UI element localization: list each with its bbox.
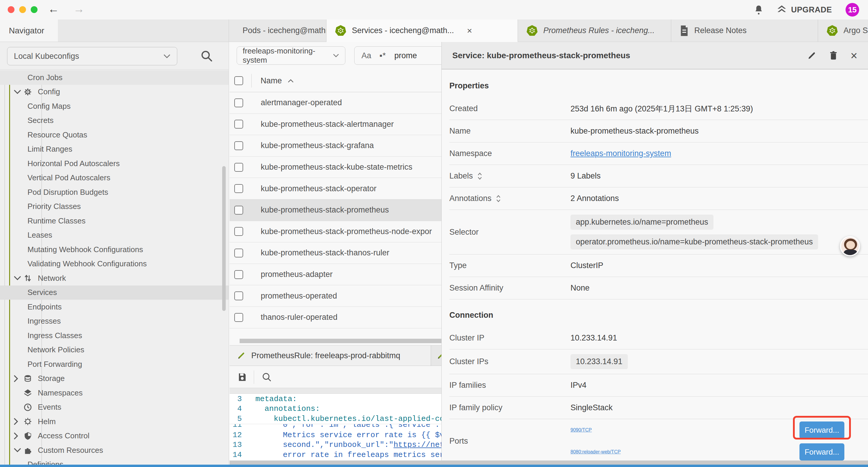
notification-count-badge[interactable]: 15 bbox=[845, 3, 859, 17]
line-number: 14 bbox=[229, 450, 251, 459]
close-window-button[interactable] bbox=[8, 6, 14, 13]
editor-tab-prometheusrule[interactable]: PrometheusRule: freeleaps-prod-rabbitmq bbox=[229, 346, 431, 366]
sidebar-item-config[interactable]: Config bbox=[0, 85, 229, 99]
save-icon[interactable] bbox=[237, 372, 247, 382]
upgrade-chevrons-icon bbox=[777, 5, 787, 14]
sidebar-item-events[interactable]: Events bbox=[0, 400, 229, 415]
row-checkbox[interactable] bbox=[234, 184, 243, 193]
sidebar-item-secrets[interactable]: Secrets bbox=[0, 114, 229, 128]
sidebar-item-limit-ranges[interactable]: Limit Ranges bbox=[0, 142, 229, 157]
chevron-right-icon bbox=[13, 375, 18, 382]
chevron-down-icon bbox=[13, 448, 21, 453]
sidebar-item-network-policies[interactable]: Network Policies bbox=[0, 343, 229, 357]
tab-argo[interactable]: Argo Se bbox=[818, 20, 868, 42]
row-checkbox[interactable] bbox=[234, 141, 243, 150]
select-all-checkbox[interactable] bbox=[234, 76, 243, 85]
upgrade-button[interactable]: UPGRADE bbox=[777, 5, 832, 14]
sidebar-item-ingress-classes[interactable]: Ingress Classes bbox=[0, 328, 229, 343]
sidebar-item-endpoints[interactable]: Endpoints bbox=[0, 300, 229, 314]
detail-label: Ports bbox=[450, 437, 468, 446]
namespace-link[interactable]: freeleaps-monitoring-system bbox=[570, 149, 671, 158]
chevron-right-icon bbox=[13, 432, 18, 440]
edit-icon[interactable] bbox=[807, 51, 816, 60]
sidebar-item-mutating-webhook-configurations[interactable]: Mutating Webhook Configurations bbox=[0, 242, 229, 257]
detail-label: Cluster IPs bbox=[450, 357, 488, 366]
sidebar-item-label: Vertical Pod Autoscalers bbox=[28, 173, 110, 182]
sidebar-item-custom-resources[interactable]: Custom Resources bbox=[0, 443, 229, 458]
clock-icon bbox=[24, 403, 32, 411]
name-column-header[interactable]: Name bbox=[260, 76, 282, 85]
port-link[interactable]: 8080:reloader-web/TCP bbox=[570, 449, 621, 455]
detail-title: Service: kube-prometheus-stack-prometheu… bbox=[452, 51, 807, 60]
sidebar-item-namespaces[interactable]: Namespaces bbox=[0, 386, 229, 400]
row-checkbox[interactable] bbox=[234, 227, 243, 236]
sidebar-item-port-forwarding[interactable]: Port Forwarding bbox=[0, 357, 229, 372]
row-checkbox[interactable] bbox=[234, 249, 243, 258]
namespace-select[interactable]: freeleaps-monitoring-system bbox=[237, 47, 345, 65]
sidebar-item-cron-jobs[interactable]: Cron Jobs bbox=[0, 70, 229, 85]
row-checkbox[interactable] bbox=[234, 206, 243, 214]
regex-toggle[interactable]: ▪* bbox=[380, 51, 386, 60]
forward-button[interactable]: Forward... bbox=[800, 443, 844, 461]
window-controls[interactable] bbox=[8, 6, 37, 13]
chevron-down-icon bbox=[13, 276, 21, 281]
row-checkbox[interactable] bbox=[234, 313, 243, 322]
back-button[interactable]: ← bbox=[48, 3, 59, 16]
sidebar-item-priority-classes[interactable]: Priority Classes bbox=[0, 200, 229, 214]
sidebar-item-storage[interactable]: Storage bbox=[0, 372, 229, 386]
sidebar-item-leases[interactable]: Leases bbox=[0, 228, 229, 243]
service-name: prometheus-operated bbox=[261, 291, 337, 300]
line-number: 12 bbox=[229, 431, 251, 439]
editor-search-icon[interactable] bbox=[261, 372, 272, 383]
sidebar-item-ingresses[interactable]: Ingresses bbox=[0, 314, 229, 329]
maximize-window-button[interactable] bbox=[31, 6, 37, 13]
bottom-scrollbar-band[interactable] bbox=[229, 461, 868, 465]
bell-icon[interactable] bbox=[754, 5, 763, 15]
delete-icon[interactable] bbox=[829, 51, 838, 60]
row-checkbox[interactable] bbox=[234, 163, 243, 172]
sidebar-item-label: Services bbox=[28, 288, 57, 297]
value-chip: 10.233.14.91 bbox=[570, 354, 628, 369]
sidebar-item-config-maps[interactable]: Config Maps bbox=[0, 99, 229, 114]
sidebar-item-validating-webhook-configurations[interactable]: Validating Webhook Configurations bbox=[0, 257, 229, 271]
sidebar-search-icon[interactable] bbox=[200, 49, 213, 63]
sidebar-item-helm[interactable]: Helm bbox=[0, 414, 229, 429]
service-name: thanos-ruler-operated bbox=[261, 313, 338, 322]
navigator-tab[interactable]: Navigator bbox=[0, 20, 58, 42]
close-icon[interactable]: × bbox=[850, 50, 857, 61]
row-checkbox[interactable] bbox=[234, 291, 243, 300]
sidebar-item-access-control[interactable]: Access Control bbox=[0, 429, 229, 443]
detail-value: 2 Annotations bbox=[570, 194, 868, 203]
tab-prometheus[interactable]: Prometheus Rules - icecheng... bbox=[518, 20, 671, 42]
sidebar-item-services[interactable]: Services bbox=[0, 286, 229, 300]
row-checkbox[interactable] bbox=[234, 98, 243, 107]
tab-services[interactable]: Services - icecheng@math...× bbox=[327, 20, 518, 42]
sidebar-scrollbar[interactable] bbox=[222, 166, 226, 311]
sidebar-item-horizontal-pod-autoscalers[interactable]: Horizontal Pod Autoscalers bbox=[0, 156, 229, 171]
tab-close-icon[interactable]: × bbox=[467, 26, 472, 35]
sidebar-item-network[interactable]: Network bbox=[0, 271, 229, 286]
minimize-window-button[interactable] bbox=[19, 6, 26, 13]
port-link[interactable]: 9090/TCP bbox=[570, 428, 592, 433]
tab-pods[interactable]: Pods - icecheng@mathmas... bbox=[229, 20, 327, 42]
sidebar-item-pod-disruption-budgets[interactable]: Pod Disruption Budgets bbox=[0, 185, 229, 200]
detail-row-ports: Ports 9090/TCP Forward... 8080:reloader-… bbox=[450, 419, 868, 463]
sidebar-item-runtime-classes[interactable]: Runtime Classes bbox=[0, 214, 229, 228]
match-case-toggle[interactable]: Aa bbox=[362, 51, 371, 60]
service-name: prometheus-adapter bbox=[261, 270, 333, 279]
row-checkbox[interactable] bbox=[234, 120, 243, 128]
row-checkbox[interactable] bbox=[234, 270, 243, 279]
sidebar-item-resource-quotas[interactable]: Resource Quotas bbox=[0, 128, 229, 142]
value-chip: operator.prometheus.io/name=kube-prometh… bbox=[570, 234, 818, 250]
list-horizontal-scrollbar[interactable] bbox=[229, 339, 442, 343]
forward-button[interactable]: → bbox=[73, 3, 85, 16]
title-bar: ← → UPGRADE 15 bbox=[0, 0, 868, 20]
detail-row-namespace: Namespacefreeleaps-monitoring-system bbox=[450, 143, 868, 165]
service-name: alertmanager-operated bbox=[261, 98, 342, 107]
assistant-avatar[interactable] bbox=[840, 236, 860, 256]
sort-ascending-icon[interactable] bbox=[288, 79, 294, 83]
tab-release[interactable]: Release Notes bbox=[671, 20, 818, 42]
kubeconfig-select[interactable]: Local Kubeconfigs bbox=[7, 47, 177, 65]
sidebar-item-vertical-pod-autoscalers[interactable]: Vertical Pod Autoscalers bbox=[0, 171, 229, 185]
helm-icon bbox=[24, 417, 32, 426]
